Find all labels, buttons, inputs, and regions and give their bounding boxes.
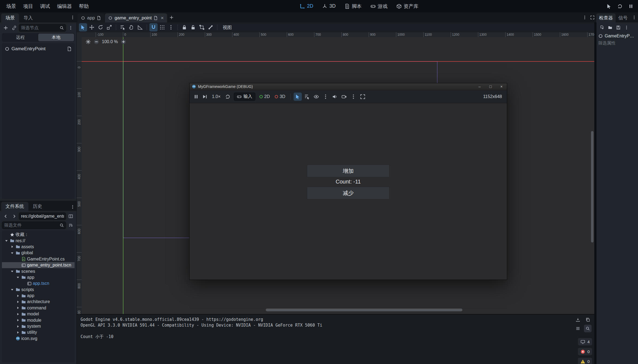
file-row-scripts[interactable]: scripts (2, 287, 75, 293)
visibility-button[interactable] (312, 93, 320, 101)
move-tool-button[interactable] (88, 23, 96, 31)
warnings-badge[interactable]: 0 (578, 358, 592, 364)
filter-nodes-input[interactable] (21, 25, 58, 30)
file-row-game-entry-point-tscn[interactable]: game_entry_point.tscn (2, 262, 75, 268)
file-row-architecture[interactable]: architecture (2, 299, 75, 305)
zoom-level[interactable]: 100.0 % (102, 39, 118, 44)
vertical-scrollbar[interactable] (591, 131, 593, 242)
grid-snap-button[interactable] (158, 23, 166, 31)
errors-badge[interactable]: 0 (578, 348, 592, 355)
dock-menu-icon[interactable] (69, 14, 76, 21)
expander-icon[interactable] (4, 238, 9, 243)
pointer-icon[interactable] (605, 2, 613, 11)
save-resource-button[interactable] (615, 24, 622, 31)
expander-icon[interactable] (10, 244, 14, 249)
tab-filesystem[interactable]: 文件系统 (1, 202, 28, 211)
debug-options-button[interactable] (321, 93, 330, 101)
suspend-button[interactable] (192, 93, 200, 100)
file-row-gameentrypoint-cs[interactable]: #GameEntryPoint.cs (2, 256, 75, 262)
increase-button[interactable]: 增加 (307, 165, 389, 177)
file-row-global[interactable]: global (2, 250, 75, 256)
load-resource-button[interactable] (606, 24, 614, 31)
scene-tab-list-icon[interactable] (581, 14, 589, 21)
fullscreen-button[interactable] (359, 93, 367, 101)
zoom-in-icon[interactable] (120, 39, 126, 45)
menu-help[interactable]: 帮助 (75, 0, 92, 12)
camera-override-button[interactable] (340, 93, 348, 101)
file-row-assets[interactable]: assets (2, 244, 75, 250)
file-row-command[interactable]: command (2, 305, 75, 311)
add-node-button[interactable] (2, 24, 10, 32)
view-menu-button[interactable]: 视图 (220, 24, 235, 31)
close-button[interactable]: × (496, 83, 507, 90)
scene-tab-app[interactable]: app (78, 13, 104, 22)
split-view-icon[interactable] (67, 212, 75, 220)
workspace-2d[interactable]: 2D (296, 2, 317, 10)
list-select-tool-button[interactable] (119, 23, 127, 31)
time-scale-label[interactable]: 1.0× (210, 94, 223, 99)
file-row-utility[interactable]: utility (2, 329, 75, 335)
center-view-icon[interactable] (85, 39, 91, 45)
smart-snap-button[interactable] (149, 23, 158, 31)
new-scene-tab-icon[interactable] (168, 14, 175, 21)
resource-options-button[interactable] (623, 24, 630, 31)
close-tab-icon[interactable]: × (161, 15, 164, 21)
dock-menu-icon[interactable] (69, 203, 76, 211)
nav-back-icon[interactable] (2, 212, 10, 220)
file-row-model[interactable]: model (2, 311, 75, 317)
file-row-app[interactable]: app (2, 293, 75, 299)
horizontal-scrollbar[interactable] (266, 309, 462, 311)
toggle-format-icon[interactable] (574, 325, 582, 332)
menu-scene[interactable]: 场景 (3, 0, 20, 12)
dock-menu-icon[interactable] (630, 14, 638, 21)
expander-icon[interactable] (16, 306, 20, 310)
decrease-button[interactable]: 减少 (307, 187, 389, 199)
file-row-res[interactable]: res:// (2, 238, 75, 244)
game-select-tool-button[interactable] (294, 93, 302, 101)
pause-icon[interactable] (627, 2, 635, 11)
workspace-game[interactable]: 游戏 (367, 2, 391, 11)
expander-icon[interactable] (16, 275, 20, 280)
pan-tool-button[interactable] (127, 23, 135, 31)
scene-tree-node-gameentrypoint[interactable]: GameEntryPoint (2, 44, 75, 53)
zoom-out-icon[interactable] (93, 39, 99, 45)
file-row-[interactable]: 收藏： (2, 232, 75, 238)
file-row-module[interactable]: module (2, 317, 75, 323)
mode-3d-button[interactable]: 3D (273, 94, 287, 99)
menu-project[interactable]: 项目 (20, 0, 37, 12)
tab-scene-dock[interactable]: 场景 (1, 13, 19, 22)
game-list-select-button[interactable] (303, 93, 311, 101)
expander-icon[interactable] (16, 318, 20, 322)
file-row-app[interactable]: app (2, 274, 75, 280)
game-window-titlebar[interactable]: MyGFrameworkGame (DEBUG) – □ × (190, 83, 507, 90)
reset-button[interactable] (224, 93, 232, 100)
file-row-scenes[interactable]: scenes (2, 268, 75, 274)
expander-icon[interactable] (16, 312, 20, 316)
scene-tree-options-icon[interactable] (67, 24, 75, 32)
expander-icon[interactable] (16, 300, 20, 304)
tab-inspector[interactable]: 检查器 (596, 13, 616, 22)
skeleton-button[interactable] (206, 23, 215, 31)
mode-2d-button[interactable]: 2D (258, 94, 272, 99)
copy-log-icon[interactable] (584, 316, 592, 324)
filter-files-input[interactable] (4, 223, 58, 228)
tab-import-dock[interactable]: 导入 (19, 13, 37, 22)
expander-icon[interactable] (10, 269, 14, 274)
group-button[interactable] (198, 23, 206, 31)
search-log-icon[interactable] (584, 325, 592, 332)
attached-script-icon[interactable] (67, 46, 72, 51)
sort-files-icon[interactable] (67, 221, 75, 229)
rotate-tool-button[interactable] (96, 23, 105, 31)
file-row-icon-svg[interactable]: icon.svg (2, 336, 75, 342)
menu-editor[interactable]: 编辑器 (54, 0, 75, 12)
expander-icon[interactable] (16, 294, 20, 298)
save-log-icon[interactable] (574, 316, 582, 324)
lock-button[interactable] (180, 23, 188, 31)
select-tool-button[interactable] (79, 23, 87, 31)
filter-properties-input[interactable] (598, 41, 636, 46)
remote-button[interactable]: 远程 (2, 34, 38, 41)
expander-icon[interactable] (10, 287, 14, 292)
current-path-input[interactable] (21, 214, 64, 219)
input-mode-button[interactable]: 输入 (234, 93, 255, 101)
debugger-badge[interactable]: 4 (578, 338, 592, 345)
